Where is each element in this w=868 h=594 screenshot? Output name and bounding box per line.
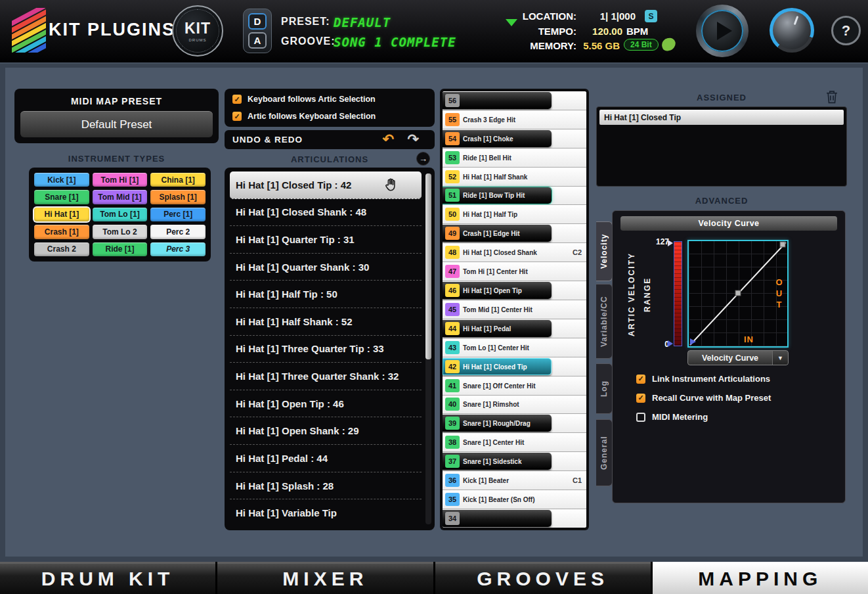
instrument-type-tom-mid-1[interactable]: Tom Mid [1] — [93, 190, 148, 204]
checkbox-checked-icon[interactable]: ✓ — [232, 95, 242, 104]
velocity-range-meter[interactable] — [674, 241, 682, 346]
sync-badge[interactable]: S — [645, 10, 657, 22]
key-articulation-label: Hi Hat [1] Open Tip — [463, 287, 522, 294]
map-preset-button[interactable]: Default Preset — [20, 111, 213, 137]
piano-key-54[interactable]: 54Crash [1] Choke — [443, 129, 586, 148]
redo-icon[interactable]: ↷ — [407, 129, 419, 148]
advanced-tab-log[interactable]: Log — [596, 363, 613, 414]
checkbox-checked-icon[interactable]: ✓ — [636, 394, 645, 403]
piano-key-53[interactable]: 53Ride [1] Bell Hit — [443, 148, 586, 168]
undo-icon[interactable]: ↶ — [382, 129, 394, 148]
instrument-type-hi-hat-1[interactable]: Hi Hat [1] — [34, 208, 89, 221]
articulation-item[interactable]: Hi Hat [1] Splash : 28 — [230, 472, 422, 500]
instrument-type-crash-1[interactable]: Crash [1] — [34, 225, 89, 239]
instrument-type-china-1[interactable]: China [1] — [150, 173, 206, 187]
key-articulation-label: Snare [1] Rimshot — [463, 401, 519, 408]
advanced-tab-general[interactable]: General — [596, 419, 613, 486]
piano-key-38[interactable]: 38Snare [1] Center Hit — [443, 433, 586, 452]
piano-key-51[interactable]: 51Ride [1] Bow Tip Hit — [443, 187, 586, 206]
piano-key-42[interactable]: 42Hi Hat [1] Closed Tip — [443, 357, 586, 377]
piano-key-55[interactable]: 55Crash 3 Edge Hit — [443, 110, 586, 129]
piano-key-40[interactable]: 40Snare [1] Rimshot — [443, 396, 586, 415]
checkbox-unchecked-icon[interactable] — [636, 413, 645, 422]
piano-key-48[interactable]: 48Hi Hat [1] Closed ShankC2 — [443, 243, 586, 262]
main-tab-mapping[interactable]: MAPPING — [653, 562, 868, 594]
articulations-expand-icon[interactable]: → — [416, 152, 430, 166]
articulation-item[interactable]: Hi Hat [1] Three Quarter Shank : 32 — [230, 363, 422, 390]
instrument-type-splash-1[interactable]: Splash [1] — [150, 190, 206, 204]
articulations-panel: Hi Hat [1] Closed Tip : 42Hi Hat [1] Clo… — [225, 168, 435, 530]
artic-follows-keyboard-option[interactable]: ✓ Artic follows Keyboard Selection — [232, 112, 427, 121]
scrollbar-thumb[interactable] — [425, 173, 431, 359]
volume-knob[interactable] — [770, 8, 814, 53]
articulation-item[interactable]: Hi Hat [1] Quarter Shank : 30 — [230, 254, 422, 281]
piano-key-52[interactable]: 52Hi Hat [1] Half Shank — [443, 168, 586, 187]
advanced-option-recall-curve-with-map-preset[interactable]: ✓Recall Curve with Map Preset — [636, 393, 771, 403]
range-max-handle-icon[interactable] — [668, 240, 673, 246]
articulation-item[interactable]: Hi Hat [1] Quarter Tip : 31 — [230, 226, 422, 254]
play-button[interactable] — [696, 5, 749, 57]
advanced-option-link-instrument-articulations[interactable]: ✓Link Instrument Articulations — [636, 374, 771, 384]
keyboard-follows-artic-option[interactable]: ✓ Keyboard follows Artic Selection — [232, 95, 427, 104]
piano-key-41[interactable]: 41Snare [1] Off Center Hit — [443, 377, 586, 396]
preset-value[interactable]: DEFAULT — [334, 15, 391, 30]
instrument-type-snare-1[interactable]: Snare [1] — [34, 190, 89, 204]
piano-key-44[interactable]: 44Hi Hat [1] Pedal — [443, 319, 586, 338]
piano-key-56[interactable]: 56 — [443, 91, 586, 110]
articulation-item[interactable]: Hi Hat [1] Pedal : 44 — [230, 445, 422, 472]
piano-key-36[interactable]: 36Kick [1] BeaterC1 — [443, 471, 586, 490]
articulation-item[interactable]: Hi Hat [1] Open Shank : 29 — [230, 417, 422, 445]
assigned-articulation[interactable]: Hi Hat [1] Closed Tip — [599, 110, 844, 125]
articulation-item[interactable]: Hi Hat [1] Variable Tip — [230, 499, 422, 526]
tempo-value[interactable]: 120.00 — [573, 26, 622, 37]
advanced-option-midi-metering[interactable]: MIDI Metering — [636, 412, 771, 422]
articulation-label: Hi Hat [1] Variable Tip — [236, 507, 337, 518]
articulation-item[interactable]: Hi Hat [1] Closed Tip : 42 — [230, 171, 422, 199]
velocity-curve-graph[interactable]: OUT IN — [687, 240, 789, 348]
chevron-down-icon[interactable]: ▼ — [772, 351, 788, 365]
piano-key-46[interactable]: 46Hi Hat [1] Open Tip — [443, 281, 586, 300]
instrument-type-perc-2[interactable]: Perc 2 — [150, 225, 206, 239]
groove-value[interactable]: SONG 1 COMPLETE — [334, 35, 456, 49]
piano-key-37[interactable]: 37Snare [1] Sidestick — [443, 452, 586, 471]
piano-key-43[interactable]: 43Tom Lo [1] Center Hit — [443, 338, 586, 357]
bit-depth-badge[interactable]: 24 Bit — [624, 39, 659, 51]
piano-key-45[interactable]: 45Tom Mid [1] Center Hit — [443, 300, 586, 319]
instrument-type-tom-hi-1[interactable]: Tom Hi [1] — [93, 173, 148, 187]
checkbox-checked-icon[interactable]: ✓ — [636, 375, 645, 384]
main-tab-mixer[interactable]: MIXER — [217, 562, 433, 594]
articulation-item[interactable]: Hi Hat [1] Open Tip : 46 — [230, 390, 422, 418]
da-mode-badge[interactable]: D A — [243, 9, 272, 53]
help-button[interactable]: ? — [831, 16, 861, 45]
articulation-item[interactable]: Hi Hat [1] Three Quarter Tip : 33 — [230, 336, 422, 363]
velocity-curve-dropdown[interactable]: Velocity Curve ▼ — [687, 350, 789, 365]
trash-button[interactable] — [826, 90, 838, 106]
articulation-item[interactable]: Hi Hat [1] Closed Shank : 48 — [230, 199, 422, 227]
main-tab-drum-kit[interactable]: DRUM KIT — [0, 562, 215, 594]
piano-key-35[interactable]: 35Kick [1] Beater (Sn Off) — [443, 490, 586, 509]
instrument-type-ride-1[interactable]: Ride [1] — [93, 242, 148, 256]
instrument-type-tom-lo-1[interactable]: Tom Lo [1] — [93, 208, 148, 221]
brand-logo-icon — [12, 8, 46, 53]
piano-key-49[interactable]: 49Crash [1] Edge Hit — [443, 224, 586, 243]
main-tab-grooves[interactable]: GROOVES — [435, 562, 651, 594]
articulation-item[interactable]: Hi Hat [1] Half Shank : 52 — [230, 308, 422, 336]
preset-dropdown-arrow-icon[interactable] — [506, 19, 517, 26]
instrument-type-crash-2[interactable]: Crash 2 — [34, 242, 89, 256]
checkbox-checked-icon[interactable]: ✓ — [232, 112, 242, 121]
instrument-type-kick-1[interactable]: Kick [1] — [34, 173, 89, 187]
instrument-type-perc-3[interactable]: Perc 3 — [150, 242, 206, 256]
piano-key-34[interactable]: 34 — [443, 509, 586, 528]
instrument-type-tom-lo-2[interactable]: Tom Lo 2 — [93, 225, 148, 239]
advanced-tab-velocity[interactable]: Velocity — [596, 221, 613, 281]
advanced-tab-variable-cc[interactable]: Variable/CC — [596, 284, 613, 359]
piano-key-39[interactable]: 39Snare [1] Rough/Drag — [443, 414, 586, 433]
articulations-title: ARTICULATIONS — [225, 154, 435, 164]
piano-key-50[interactable]: 50Hi Hat [1] Half Tip — [443, 205, 586, 224]
range-min-handle-icon[interactable] — [668, 340, 673, 347]
articulations-scrollbar[interactable] — [425, 173, 431, 524]
instrument-type-perc-1[interactable]: Perc [1] — [150, 208, 206, 221]
key-note-number: 53 — [445, 151, 460, 164]
articulation-item[interactable]: Hi Hat [1] Half Tip : 50 — [230, 281, 422, 308]
piano-key-47[interactable]: 47Tom Hi [1] Center Hit — [443, 262, 586, 281]
